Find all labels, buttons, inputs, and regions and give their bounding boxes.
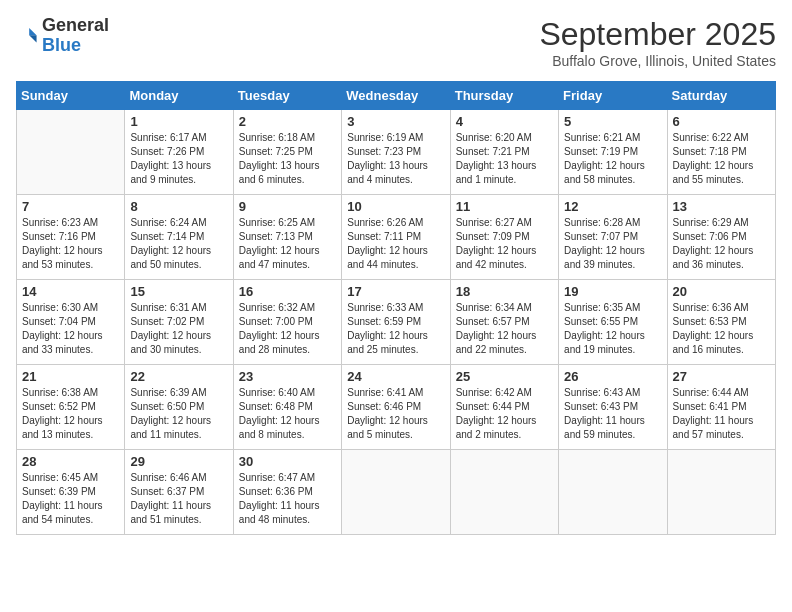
- day-info: Sunrise: 6:40 AMSunset: 6:48 PMDaylight:…: [239, 386, 336, 442]
- calendar-cell: 28 Sunrise: 6:45 AMSunset: 6:39 PMDaylig…: [17, 450, 125, 535]
- calendar-cell: 25 Sunrise: 6:42 AMSunset: 6:44 PMDaylig…: [450, 365, 558, 450]
- day-info: Sunrise: 6:17 AMSunset: 7:26 PMDaylight:…: [130, 131, 227, 187]
- day-number: 19: [564, 284, 661, 299]
- day-info: Sunrise: 6:35 AMSunset: 6:55 PMDaylight:…: [564, 301, 661, 357]
- weekday-header: Friday: [559, 82, 667, 110]
- day-number: 7: [22, 199, 119, 214]
- svg-marker-1: [29, 35, 36, 42]
- day-info: Sunrise: 6:34 AMSunset: 6:57 PMDaylight:…: [456, 301, 553, 357]
- day-number: 8: [130, 199, 227, 214]
- day-info: Sunrise: 6:31 AMSunset: 7:02 PMDaylight:…: [130, 301, 227, 357]
- calendar-table: SundayMondayTuesdayWednesdayThursdayFrid…: [16, 81, 776, 535]
- calendar-cell: 8 Sunrise: 6:24 AMSunset: 7:14 PMDayligh…: [125, 195, 233, 280]
- calendar-cell: 18 Sunrise: 6:34 AMSunset: 6:57 PMDaylig…: [450, 280, 558, 365]
- calendar-cell: 7 Sunrise: 6:23 AMSunset: 7:16 PMDayligh…: [17, 195, 125, 280]
- calendar-cell: [17, 110, 125, 195]
- day-number: 3: [347, 114, 444, 129]
- weekday-header: Sunday: [17, 82, 125, 110]
- header-area: General Blue September 2025 Buffalo Grov…: [16, 16, 776, 69]
- day-number: 17: [347, 284, 444, 299]
- day-info: Sunrise: 6:32 AMSunset: 7:00 PMDaylight:…: [239, 301, 336, 357]
- day-number: 28: [22, 454, 119, 469]
- day-info: Sunrise: 6:45 AMSunset: 6:39 PMDaylight:…: [22, 471, 119, 527]
- day-info: Sunrise: 6:41 AMSunset: 6:46 PMDaylight:…: [347, 386, 444, 442]
- day-number: 15: [130, 284, 227, 299]
- day-number: 14: [22, 284, 119, 299]
- day-number: 1: [130, 114, 227, 129]
- day-number: 2: [239, 114, 336, 129]
- day-info: Sunrise: 6:42 AMSunset: 6:44 PMDaylight:…: [456, 386, 553, 442]
- day-number: 30: [239, 454, 336, 469]
- calendar-cell: 17 Sunrise: 6:33 AMSunset: 6:59 PMDaylig…: [342, 280, 450, 365]
- day-info: Sunrise: 6:18 AMSunset: 7:25 PMDaylight:…: [239, 131, 336, 187]
- calendar-cell: 22 Sunrise: 6:39 AMSunset: 6:50 PMDaylig…: [125, 365, 233, 450]
- day-info: Sunrise: 6:25 AMSunset: 7:13 PMDaylight:…: [239, 216, 336, 272]
- calendar-cell: 9 Sunrise: 6:25 AMSunset: 7:13 PMDayligh…: [233, 195, 341, 280]
- day-info: Sunrise: 6:28 AMSunset: 7:07 PMDaylight:…: [564, 216, 661, 272]
- day-number: 20: [673, 284, 770, 299]
- day-number: 9: [239, 199, 336, 214]
- calendar-cell: [450, 450, 558, 535]
- calendar-cell: 6 Sunrise: 6:22 AMSunset: 7:18 PMDayligh…: [667, 110, 775, 195]
- day-number: 26: [564, 369, 661, 384]
- calendar-week-row: 14 Sunrise: 6:30 AMSunset: 7:04 PMDaylig…: [17, 280, 776, 365]
- calendar-cell: 29 Sunrise: 6:46 AMSunset: 6:37 PMDaylig…: [125, 450, 233, 535]
- day-number: 5: [564, 114, 661, 129]
- day-info: Sunrise: 6:47 AMSunset: 6:36 PMDaylight:…: [239, 471, 336, 527]
- day-number: 16: [239, 284, 336, 299]
- calendar-cell: 1 Sunrise: 6:17 AMSunset: 7:26 PMDayligh…: [125, 110, 233, 195]
- generalblue-logo-icon: [16, 25, 38, 47]
- day-info: Sunrise: 6:21 AMSunset: 7:19 PMDaylight:…: [564, 131, 661, 187]
- day-number: 11: [456, 199, 553, 214]
- day-info: Sunrise: 6:29 AMSunset: 7:06 PMDaylight:…: [673, 216, 770, 272]
- calendar-cell: 26 Sunrise: 6:43 AMSunset: 6:43 PMDaylig…: [559, 365, 667, 450]
- day-number: 10: [347, 199, 444, 214]
- day-number: 6: [673, 114, 770, 129]
- logo-general: General: [42, 15, 109, 35]
- weekday-header: Monday: [125, 82, 233, 110]
- weekday-header: Saturday: [667, 82, 775, 110]
- logo: General Blue: [16, 16, 109, 56]
- svg-marker-0: [29, 28, 36, 35]
- day-info: Sunrise: 6:30 AMSunset: 7:04 PMDaylight:…: [22, 301, 119, 357]
- day-number: 22: [130, 369, 227, 384]
- calendar-cell: 12 Sunrise: 6:28 AMSunset: 7:07 PMDaylig…: [559, 195, 667, 280]
- day-number: 24: [347, 369, 444, 384]
- day-info: Sunrise: 6:38 AMSunset: 6:52 PMDaylight:…: [22, 386, 119, 442]
- day-info: Sunrise: 6:46 AMSunset: 6:37 PMDaylight:…: [130, 471, 227, 527]
- calendar-cell: 13 Sunrise: 6:29 AMSunset: 7:06 PMDaylig…: [667, 195, 775, 280]
- day-info: Sunrise: 6:43 AMSunset: 6:43 PMDaylight:…: [564, 386, 661, 442]
- weekday-header: Wednesday: [342, 82, 450, 110]
- weekday-header-row: SundayMondayTuesdayWednesdayThursdayFrid…: [17, 82, 776, 110]
- day-info: Sunrise: 6:26 AMSunset: 7:11 PMDaylight:…: [347, 216, 444, 272]
- calendar-cell: 14 Sunrise: 6:30 AMSunset: 7:04 PMDaylig…: [17, 280, 125, 365]
- calendar-cell: 3 Sunrise: 6:19 AMSunset: 7:23 PMDayligh…: [342, 110, 450, 195]
- day-number: 23: [239, 369, 336, 384]
- day-info: Sunrise: 6:24 AMSunset: 7:14 PMDaylight:…: [130, 216, 227, 272]
- day-number: 21: [22, 369, 119, 384]
- calendar-cell: 30 Sunrise: 6:47 AMSunset: 6:36 PMDaylig…: [233, 450, 341, 535]
- location-subtitle: Buffalo Grove, Illinois, United States: [539, 53, 776, 69]
- logo-blue: Blue: [42, 35, 81, 55]
- calendar-cell: 15 Sunrise: 6:31 AMSunset: 7:02 PMDaylig…: [125, 280, 233, 365]
- day-info: Sunrise: 6:22 AMSunset: 7:18 PMDaylight:…: [673, 131, 770, 187]
- day-number: 25: [456, 369, 553, 384]
- day-info: Sunrise: 6:44 AMSunset: 6:41 PMDaylight:…: [673, 386, 770, 442]
- calendar-cell: 4 Sunrise: 6:20 AMSunset: 7:21 PMDayligh…: [450, 110, 558, 195]
- calendar-cell: 23 Sunrise: 6:40 AMSunset: 6:48 PMDaylig…: [233, 365, 341, 450]
- calendar-week-row: 7 Sunrise: 6:23 AMSunset: 7:16 PMDayligh…: [17, 195, 776, 280]
- calendar-cell: 16 Sunrise: 6:32 AMSunset: 7:00 PMDaylig…: [233, 280, 341, 365]
- weekday-header: Thursday: [450, 82, 558, 110]
- calendar-cell: 2 Sunrise: 6:18 AMSunset: 7:25 PMDayligh…: [233, 110, 341, 195]
- title-area: September 2025 Buffalo Grove, Illinois, …: [539, 16, 776, 69]
- day-info: Sunrise: 6:27 AMSunset: 7:09 PMDaylight:…: [456, 216, 553, 272]
- weekday-header: Tuesday: [233, 82, 341, 110]
- day-info: Sunrise: 6:36 AMSunset: 6:53 PMDaylight:…: [673, 301, 770, 357]
- calendar-cell: [559, 450, 667, 535]
- calendar-cell: [342, 450, 450, 535]
- day-number: 12: [564, 199, 661, 214]
- calendar-cell: 24 Sunrise: 6:41 AMSunset: 6:46 PMDaylig…: [342, 365, 450, 450]
- calendar-cell: [667, 450, 775, 535]
- day-info: Sunrise: 6:19 AMSunset: 7:23 PMDaylight:…: [347, 131, 444, 187]
- calendar-week-row: 21 Sunrise: 6:38 AMSunset: 6:52 PMDaylig…: [17, 365, 776, 450]
